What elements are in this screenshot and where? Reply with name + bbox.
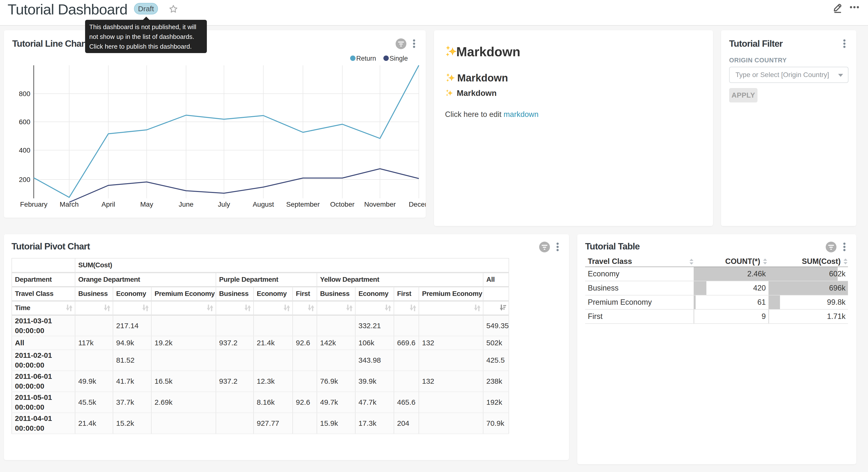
- svg-text:200: 200: [19, 176, 30, 183]
- svg-text:800: 800: [19, 90, 30, 97]
- svg-text:April: April: [101, 201, 115, 208]
- svg-text:600: 600: [19, 118, 30, 126]
- svg-text:September: September: [286, 201, 320, 208]
- svg-text:Single: Single: [390, 55, 408, 62]
- svg-text:March: March: [60, 201, 79, 208]
- svg-text:February: February: [20, 201, 48, 208]
- svg-text:August: August: [253, 201, 274, 208]
- svg-text:Return: Return: [356, 55, 376, 62]
- svg-text:400: 400: [19, 147, 30, 154]
- svg-text:Decem: Decem: [409, 201, 426, 208]
- svg-text:October: October: [330, 201, 354, 208]
- svg-text:June: June: [179, 201, 194, 208]
- svg-text:November: November: [364, 201, 396, 208]
- svg-text:July: July: [218, 201, 230, 208]
- svg-text:May: May: [141, 201, 153, 208]
